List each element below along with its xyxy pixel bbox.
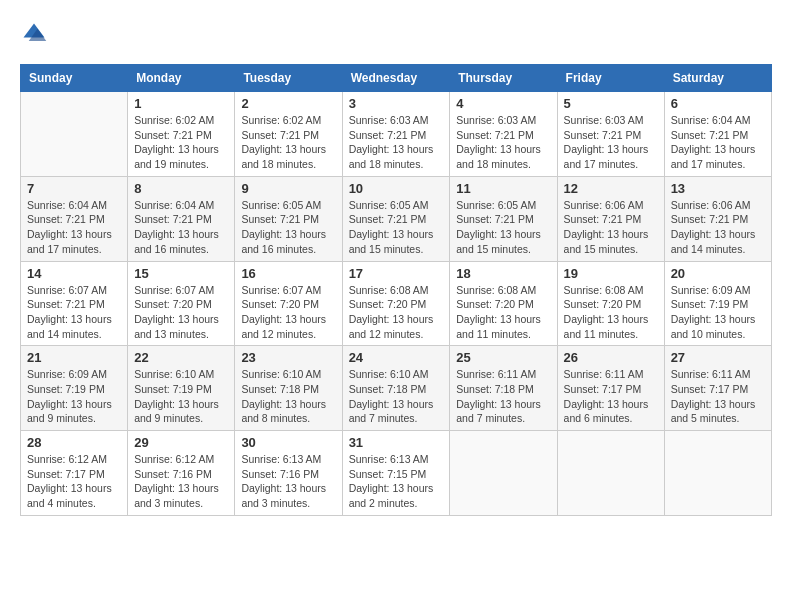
day-number: 6 xyxy=(671,96,765,111)
day-detail: Sunrise: 6:02 AMSunset: 7:21 PMDaylight:… xyxy=(241,113,335,172)
day-number: 18 xyxy=(456,266,550,281)
calendar-cell: 13Sunrise: 6:06 AMSunset: 7:21 PMDayligh… xyxy=(664,176,771,261)
day-detail: Sunrise: 6:06 AMSunset: 7:21 PMDaylight:… xyxy=(564,198,658,257)
calendar-cell: 12Sunrise: 6:06 AMSunset: 7:21 PMDayligh… xyxy=(557,176,664,261)
calendar-cell: 21Sunrise: 6:09 AMSunset: 7:19 PMDayligh… xyxy=(21,346,128,431)
day-detail: Sunrise: 6:02 AMSunset: 7:21 PMDaylight:… xyxy=(134,113,228,172)
day-number: 8 xyxy=(134,181,228,196)
day-number: 12 xyxy=(564,181,658,196)
calendar-cell: 24Sunrise: 6:10 AMSunset: 7:18 PMDayligh… xyxy=(342,346,450,431)
page-header xyxy=(20,20,772,48)
day-detail: Sunrise: 6:09 AMSunset: 7:19 PMDaylight:… xyxy=(671,283,765,342)
logo xyxy=(20,20,52,48)
day-detail: Sunrise: 6:12 AMSunset: 7:16 PMDaylight:… xyxy=(134,452,228,511)
calendar-cell: 19Sunrise: 6:08 AMSunset: 7:20 PMDayligh… xyxy=(557,261,664,346)
calendar-cell: 31Sunrise: 6:13 AMSunset: 7:15 PMDayligh… xyxy=(342,431,450,516)
day-detail: Sunrise: 6:11 AMSunset: 7:17 PMDaylight:… xyxy=(671,367,765,426)
day-detail: Sunrise: 6:07 AMSunset: 7:20 PMDaylight:… xyxy=(241,283,335,342)
calendar-cell: 10Sunrise: 6:05 AMSunset: 7:21 PMDayligh… xyxy=(342,176,450,261)
day-number: 25 xyxy=(456,350,550,365)
col-header-wednesday: Wednesday xyxy=(342,65,450,92)
calendar-cell: 14Sunrise: 6:07 AMSunset: 7:21 PMDayligh… xyxy=(21,261,128,346)
day-number: 14 xyxy=(27,266,121,281)
day-detail: Sunrise: 6:13 AMSunset: 7:16 PMDaylight:… xyxy=(241,452,335,511)
day-detail: Sunrise: 6:04 AMSunset: 7:21 PMDaylight:… xyxy=(134,198,228,257)
day-detail: Sunrise: 6:11 AMSunset: 7:17 PMDaylight:… xyxy=(564,367,658,426)
calendar-cell: 30Sunrise: 6:13 AMSunset: 7:16 PMDayligh… xyxy=(235,431,342,516)
day-detail: Sunrise: 6:10 AMSunset: 7:19 PMDaylight:… xyxy=(134,367,228,426)
day-detail: Sunrise: 6:04 AMSunset: 7:21 PMDaylight:… xyxy=(27,198,121,257)
calendar-cell: 2Sunrise: 6:02 AMSunset: 7:21 PMDaylight… xyxy=(235,92,342,177)
col-header-saturday: Saturday xyxy=(664,65,771,92)
day-detail: Sunrise: 6:03 AMSunset: 7:21 PMDaylight:… xyxy=(349,113,444,172)
day-number: 4 xyxy=(456,96,550,111)
day-number: 31 xyxy=(349,435,444,450)
day-number: 10 xyxy=(349,181,444,196)
day-number: 21 xyxy=(27,350,121,365)
calendar-table: SundayMondayTuesdayWednesdayThursdayFrid… xyxy=(20,64,772,516)
day-number: 5 xyxy=(564,96,658,111)
day-number: 22 xyxy=(134,350,228,365)
calendar-cell: 7Sunrise: 6:04 AMSunset: 7:21 PMDaylight… xyxy=(21,176,128,261)
col-header-thursday: Thursday xyxy=(450,65,557,92)
calendar-cell xyxy=(450,431,557,516)
calendar-cell: 17Sunrise: 6:08 AMSunset: 7:20 PMDayligh… xyxy=(342,261,450,346)
day-number: 29 xyxy=(134,435,228,450)
day-detail: Sunrise: 6:08 AMSunset: 7:20 PMDaylight:… xyxy=(349,283,444,342)
day-number: 20 xyxy=(671,266,765,281)
day-number: 9 xyxy=(241,181,335,196)
day-number: 3 xyxy=(349,96,444,111)
day-number: 19 xyxy=(564,266,658,281)
calendar-cell: 9Sunrise: 6:05 AMSunset: 7:21 PMDaylight… xyxy=(235,176,342,261)
day-detail: Sunrise: 6:05 AMSunset: 7:21 PMDaylight:… xyxy=(349,198,444,257)
day-detail: Sunrise: 6:05 AMSunset: 7:21 PMDaylight:… xyxy=(241,198,335,257)
day-detail: Sunrise: 6:09 AMSunset: 7:19 PMDaylight:… xyxy=(27,367,121,426)
calendar-cell xyxy=(21,92,128,177)
calendar-cell: 26Sunrise: 6:11 AMSunset: 7:17 PMDayligh… xyxy=(557,346,664,431)
calendar-cell: 29Sunrise: 6:12 AMSunset: 7:16 PMDayligh… xyxy=(128,431,235,516)
calendar-cell: 23Sunrise: 6:10 AMSunset: 7:18 PMDayligh… xyxy=(235,346,342,431)
day-number: 17 xyxy=(349,266,444,281)
day-detail: Sunrise: 6:10 AMSunset: 7:18 PMDaylight:… xyxy=(349,367,444,426)
week-row-3: 14Sunrise: 6:07 AMSunset: 7:21 PMDayligh… xyxy=(21,261,772,346)
day-detail: Sunrise: 6:08 AMSunset: 7:20 PMDaylight:… xyxy=(456,283,550,342)
calendar-cell: 22Sunrise: 6:10 AMSunset: 7:19 PMDayligh… xyxy=(128,346,235,431)
calendar-cell: 27Sunrise: 6:11 AMSunset: 7:17 PMDayligh… xyxy=(664,346,771,431)
col-header-sunday: Sunday xyxy=(21,65,128,92)
calendar-cell: 6Sunrise: 6:04 AMSunset: 7:21 PMDaylight… xyxy=(664,92,771,177)
day-detail: Sunrise: 6:04 AMSunset: 7:21 PMDaylight:… xyxy=(671,113,765,172)
week-row-2: 7Sunrise: 6:04 AMSunset: 7:21 PMDaylight… xyxy=(21,176,772,261)
col-header-tuesday: Tuesday xyxy=(235,65,342,92)
day-detail: Sunrise: 6:07 AMSunset: 7:20 PMDaylight:… xyxy=(134,283,228,342)
day-detail: Sunrise: 6:12 AMSunset: 7:17 PMDaylight:… xyxy=(27,452,121,511)
day-detail: Sunrise: 6:06 AMSunset: 7:21 PMDaylight:… xyxy=(671,198,765,257)
week-row-4: 21Sunrise: 6:09 AMSunset: 7:19 PMDayligh… xyxy=(21,346,772,431)
day-detail: Sunrise: 6:03 AMSunset: 7:21 PMDaylight:… xyxy=(456,113,550,172)
day-number: 24 xyxy=(349,350,444,365)
calendar-cell: 5Sunrise: 6:03 AMSunset: 7:21 PMDaylight… xyxy=(557,92,664,177)
calendar-header-row: SundayMondayTuesdayWednesdayThursdayFrid… xyxy=(21,65,772,92)
calendar-cell: 16Sunrise: 6:07 AMSunset: 7:20 PMDayligh… xyxy=(235,261,342,346)
calendar-cell: 28Sunrise: 6:12 AMSunset: 7:17 PMDayligh… xyxy=(21,431,128,516)
day-detail: Sunrise: 6:08 AMSunset: 7:20 PMDaylight:… xyxy=(564,283,658,342)
col-header-monday: Monday xyxy=(128,65,235,92)
day-number: 16 xyxy=(241,266,335,281)
calendar-cell xyxy=(557,431,664,516)
calendar-cell: 4Sunrise: 6:03 AMSunset: 7:21 PMDaylight… xyxy=(450,92,557,177)
calendar-cell: 15Sunrise: 6:07 AMSunset: 7:20 PMDayligh… xyxy=(128,261,235,346)
day-number: 1 xyxy=(134,96,228,111)
calendar-cell: 20Sunrise: 6:09 AMSunset: 7:19 PMDayligh… xyxy=(664,261,771,346)
calendar-cell: 8Sunrise: 6:04 AMSunset: 7:21 PMDaylight… xyxy=(128,176,235,261)
week-row-1: 1Sunrise: 6:02 AMSunset: 7:21 PMDaylight… xyxy=(21,92,772,177)
day-detail: Sunrise: 6:03 AMSunset: 7:21 PMDaylight:… xyxy=(564,113,658,172)
day-detail: Sunrise: 6:13 AMSunset: 7:15 PMDaylight:… xyxy=(349,452,444,511)
col-header-friday: Friday xyxy=(557,65,664,92)
day-number: 15 xyxy=(134,266,228,281)
day-detail: Sunrise: 6:07 AMSunset: 7:21 PMDaylight:… xyxy=(27,283,121,342)
calendar-cell: 11Sunrise: 6:05 AMSunset: 7:21 PMDayligh… xyxy=(450,176,557,261)
week-row-5: 28Sunrise: 6:12 AMSunset: 7:17 PMDayligh… xyxy=(21,431,772,516)
day-number: 23 xyxy=(241,350,335,365)
day-number: 28 xyxy=(27,435,121,450)
day-number: 11 xyxy=(456,181,550,196)
calendar-cell: 25Sunrise: 6:11 AMSunset: 7:18 PMDayligh… xyxy=(450,346,557,431)
